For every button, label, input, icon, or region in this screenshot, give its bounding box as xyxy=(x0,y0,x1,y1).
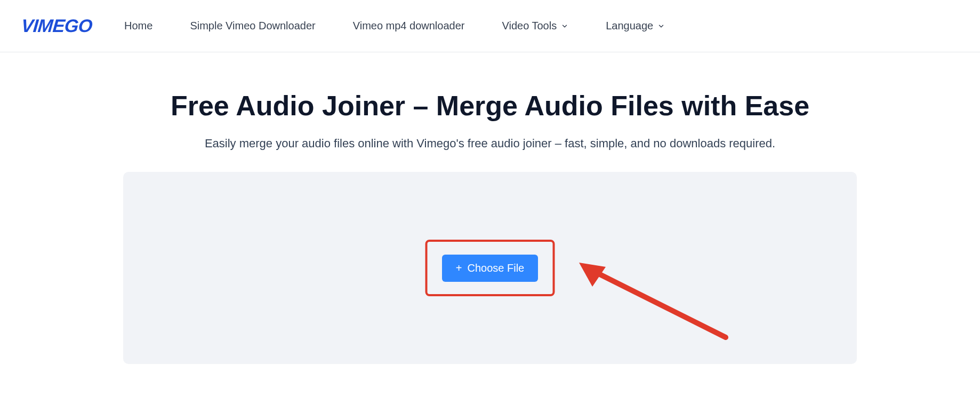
nav-simple-downloader-label: Simple Vimeo Downloader xyxy=(190,20,315,32)
chevron-down-icon xyxy=(561,22,568,30)
page-subtitle: Easily merge your audio files online wit… xyxy=(123,137,857,151)
nav-home[interactable]: Home xyxy=(124,20,152,32)
site-header: VIMEGO Home Simple Vimeo Downloader Vime… xyxy=(0,0,980,52)
choose-file-button[interactable]: + Choose File xyxy=(442,255,538,282)
chevron-down-icon xyxy=(657,22,665,30)
svg-line-1 xyxy=(587,268,726,337)
plus-icon: + xyxy=(456,263,462,273)
upload-panel: + Choose File xyxy=(123,172,857,364)
nav-video-tools[interactable]: Video Tools xyxy=(502,20,568,32)
annotation-arrow xyxy=(576,257,736,355)
choose-file-label: Choose File xyxy=(467,262,524,274)
nav-video-tools-label: Video Tools xyxy=(502,20,557,32)
nav-language[interactable]: Language xyxy=(606,20,665,32)
nav-mp4-downloader[interactable]: Vimeo mp4 downloader xyxy=(353,20,465,32)
page-title: Free Audio Joiner – Merge Audio Files wi… xyxy=(123,90,857,122)
svg-marker-2 xyxy=(579,263,606,287)
nav-simple-downloader[interactable]: Simple Vimeo Downloader xyxy=(190,20,315,32)
nav-mp4-downloader-label: Vimeo mp4 downloader xyxy=(353,20,465,32)
nav-language-label: Language xyxy=(606,20,653,32)
nav-home-label: Home xyxy=(124,20,152,32)
main-content: Free Audio Joiner – Merge Audio Files wi… xyxy=(123,52,857,364)
main-nav: Home Simple Vimeo Downloader Vimeo mp4 d… xyxy=(124,20,665,32)
logo[interactable]: VIMEGO xyxy=(20,15,93,36)
